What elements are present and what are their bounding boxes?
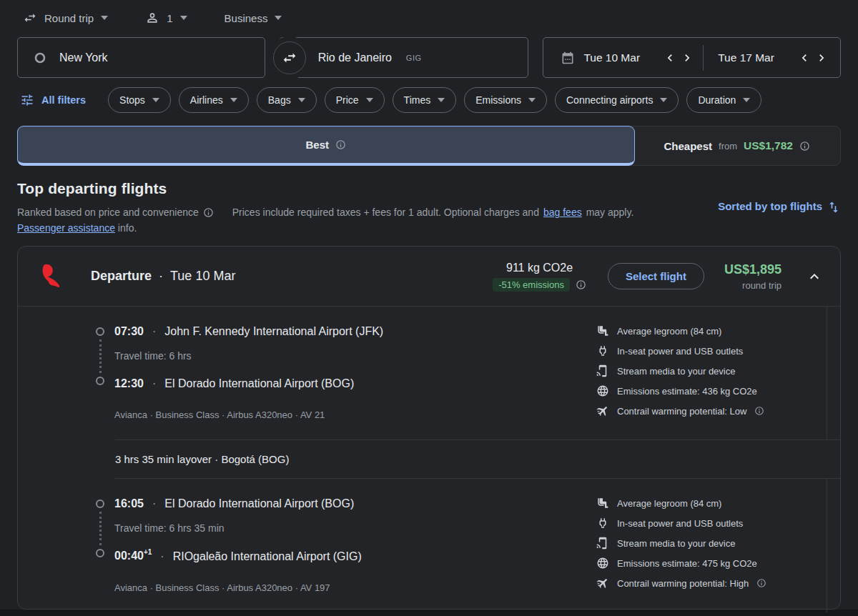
chevron-left-icon	[663, 51, 677, 65]
date-divider	[703, 45, 704, 71]
destination-airport-code: GIG	[406, 54, 422, 62]
chip-label: Emissions	[475, 94, 521, 106]
origin-field[interactable]: New York	[17, 37, 265, 78]
amenity-contrail: Contrail warming potential: High	[596, 577, 827, 590]
passenger-assistance-link[interactable]: Passenger assistance	[17, 222, 115, 234]
chevron-down-icon	[152, 98, 159, 102]
page-title: Top departing flights	[17, 180, 718, 197]
sort-control[interactable]: Sorted by top flights	[718, 200, 841, 236]
destination-field[interactable]: Rio de Janeiro GIG	[279, 37, 529, 78]
amenities-list: Average legroom (84 cm) In-seat power an…	[596, 307, 827, 439]
select-flight-button[interactable]: Select flight	[608, 263, 704, 289]
trip-type-selector[interactable]: Round trip	[17, 8, 114, 28]
filter-chip-airlines[interactable]: Airlines	[179, 87, 249, 113]
travel-time: Travel time: 6 hrs 35 min	[114, 522, 596, 535]
return-date-previous-button[interactable]	[796, 49, 813, 66]
chip-label: Bags	[268, 94, 291, 106]
detail-gutter-divider	[827, 307, 840, 439]
amenity-emissions: Emissions estimate: 475 kg CO2e	[596, 557, 827, 570]
flight-segment-2: 16:05 · El Dorado International Airport …	[18, 479, 840, 612]
departure-airport: El Dorado International Airport (BOG)	[164, 497, 354, 511]
emissions-badge: -51% emissions	[493, 278, 570, 292]
filters-row: All filters Stops Airlines Bags Price Ti…	[17, 87, 841, 113]
chevron-up-icon	[806, 268, 823, 285]
arrival-airport: RIOgaleão International Airport (GIG)	[173, 550, 362, 564]
detail-gutter-divider	[827, 479, 840, 612]
amenity-legroom: Average legroom (84 cm)	[596, 324, 827, 337]
avianca-logo	[35, 262, 68, 291]
trip-type-label: Round trip	[44, 12, 94, 24]
all-filters-button[interactable]: All filters	[17, 93, 89, 107]
globe-icon	[596, 557, 609, 570]
info-icon[interactable]	[203, 207, 214, 218]
filter-chip-duration[interactable]: Duration	[686, 87, 761, 113]
dot-separator: ·	[152, 377, 156, 391]
contrail-plane-icon	[596, 404, 609, 417]
results-tabs: Best Cheapest from US$1,782	[17, 126, 841, 166]
date-range-field[interactable]: Tue 10 Mar Tue 17 Mar	[543, 37, 841, 78]
dot-separator: ·	[152, 324, 156, 339]
flight-card: Departure · Tue 10 Mar 911 kg CO2e -51% …	[17, 246, 841, 610]
cabin-class-selector[interactable]: Business	[219, 9, 288, 27]
info-icon[interactable]	[799, 141, 810, 151]
filter-chip-times[interactable]: Times	[393, 87, 457, 113]
destination-value: Rio de Janeiro	[318, 51, 392, 64]
timeline-dotted-line	[99, 339, 102, 373]
info-icon[interactable]	[754, 406, 764, 416]
filter-chip-stops[interactable]: Stops	[108, 87, 171, 113]
filter-chip-emissions[interactable]: Emissions	[464, 87, 547, 113]
ranked-text: Ranked based on price and convenience	[17, 204, 199, 220]
amenity-power: In-seat power and USB outlets	[596, 344, 827, 357]
swap-locations-button[interactable]	[273, 41, 306, 74]
chevron-down-icon	[438, 98, 445, 102]
trip-options-bar: Round trip 1 Business	[17, 0, 841, 29]
passenger-selector[interactable]: 1	[139, 8, 192, 28]
cheapest-from-label: from	[719, 141, 737, 151]
search-row: New York Rio de Janeiro GIG Tue 10 Mar T…	[17, 37, 841, 78]
chevron-left-icon	[797, 51, 812, 65]
flight-details-line: Avianca · Business Class · Airbus A320ne…	[114, 409, 596, 421]
layover-row: 3 hrs 35 min layover · Bogotá (BOG)	[115, 439, 840, 479]
globe-icon	[596, 384, 609, 397]
chevron-down-icon	[180, 16, 187, 20]
sorted-by-label: Sorted by top flights	[718, 200, 822, 212]
departure-date-next-button[interactable]	[679, 49, 696, 66]
stream-media-icon	[596, 364, 609, 377]
chevron-down-icon	[366, 98, 373, 102]
all-filters-label: All filters	[41, 94, 86, 106]
filter-chip-price[interactable]: Price	[325, 87, 385, 113]
cheapest-price: US$1,782	[744, 139, 793, 152]
power-outlet-icon	[596, 344, 609, 357]
dot-separator: ·	[152, 497, 156, 511]
timeline-destination-dot	[96, 377, 104, 385]
return-date-next-button[interactable]	[813, 49, 830, 66]
collapse-details-button[interactable]	[806, 268, 823, 285]
cheapest-tab-label: Cheapest	[664, 140, 713, 152]
section-header: Top departing flights Ranked based on pr…	[17, 180, 841, 236]
trip-price: US$1,895	[724, 262, 781, 277]
departure-date-previous-button[interactable]	[661, 49, 679, 66]
filter-chip-bags[interactable]: Bags	[257, 87, 317, 113]
best-tab-label: Best	[305, 139, 329, 151]
person-icon	[145, 11, 159, 25]
info-icon[interactable]	[335, 139, 346, 150]
info-icon[interactable]	[756, 578, 766, 588]
passenger-assistance-suffix: info.	[118, 222, 137, 234]
filter-chip-connecting-airports[interactable]: Connecting airports	[555, 87, 679, 113]
flight-segment-1: 07:30 · John F. Kennedy International Ai…	[18, 307, 840, 439]
amenity-power: In-seat power and USB outlets	[596, 517, 827, 530]
bag-fees-link[interactable]: bag fees	[543, 204, 582, 220]
departure-time: 16:05	[114, 497, 144, 511]
tab-cheapest[interactable]: Cheapest from US$1,782	[634, 126, 841, 165]
flight-card-header[interactable]: Departure · Tue 10 Mar 911 kg CO2e -51% …	[18, 247, 840, 307]
departure-airport: John F. Kennedy International Airport (J…	[164, 324, 383, 339]
return-date-value: Tue 17 Mar	[718, 51, 774, 64]
info-icon[interactable]	[576, 279, 586, 290]
chevron-down-icon	[528, 98, 536, 102]
next-day-indicator: +1	[144, 548, 152, 556]
arrival-time: 12:30	[114, 374, 144, 391]
amenity-emissions: Emissions estimate: 436 kg CO2e	[596, 384, 827, 397]
amenity-stream-media: Stream media to your device	[596, 364, 827, 377]
departure-time: 07:30	[114, 324, 144, 339]
tab-best[interactable]: Best	[17, 126, 635, 166]
